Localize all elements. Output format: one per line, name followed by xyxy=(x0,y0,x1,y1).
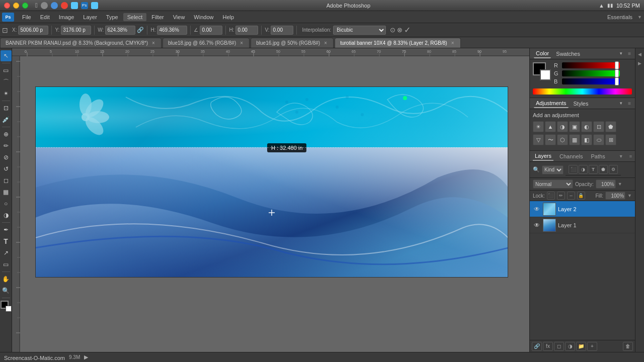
paths-tab[interactable]: Paths xyxy=(589,152,607,160)
layers-kind-select[interactable]: Kind xyxy=(542,165,564,174)
new-fill-adj-btn[interactable]: ◑ xyxy=(565,342,575,351)
layers-tab[interactable]: Layers xyxy=(533,152,553,161)
menu-type[interactable]: Type xyxy=(102,13,122,21)
menu-file[interactable]: File xyxy=(18,13,35,21)
menu-view[interactable]: View xyxy=(169,13,189,21)
angle-input[interactable] xyxy=(200,26,222,35)
lock-all-btn[interactable]: 🔒 xyxy=(577,192,585,200)
essentials-btn[interactable]: Essentials xyxy=(605,14,634,20)
path-selection-tool[interactable]: ↗ xyxy=(1,247,12,258)
smart-filter-btn[interactable]: ⚙ xyxy=(609,165,618,174)
w-input[interactable] xyxy=(105,26,135,35)
brightness-adj-btn[interactable]: ☀ xyxy=(533,121,544,132)
styles-tab[interactable]: Styles xyxy=(572,100,591,108)
brush-tool[interactable]: ✏ xyxy=(1,140,12,151)
warp-btn[interactable]: ⊙ xyxy=(390,26,395,34)
selective-color-adj-btn[interactable]: ⊞ xyxy=(605,134,616,145)
eyedropper-tool[interactable]: 💉 xyxy=(1,114,12,125)
tab-banner-pkbm[interactable]: BANNER PKBM RANAU.psd @ 8.33% (Backgroun… xyxy=(0,38,162,48)
text-tool[interactable]: T xyxy=(1,236,12,247)
type-filter-btn[interactable]: T xyxy=(589,165,598,174)
layers-collapse-btn[interactable]: ≡ xyxy=(629,154,632,159)
threshold-adj-btn[interactable]: ◧ xyxy=(581,134,592,145)
cancel-transform-btn[interactable]: ⊗ xyxy=(397,26,403,34)
apply-transform-btn[interactable]: ✓ xyxy=(404,25,411,35)
color-tab[interactable]: Color xyxy=(534,49,551,58)
background-color[interactable] xyxy=(540,69,551,80)
swatches-tab[interactable]: Swatches xyxy=(554,50,582,58)
link-layers-btn[interactable]: 🔗 xyxy=(532,342,542,351)
curves-adj-btn[interactable]: ◑ xyxy=(557,121,568,132)
window-maximize-btn[interactable] xyxy=(22,3,28,9)
lasso-tool[interactable]: ⌒ xyxy=(1,76,12,87)
g-slider[interactable] xyxy=(562,70,620,76)
blend-mode-select[interactable]: Normal Multiply Screen xyxy=(533,179,573,189)
clone-stamp-tool[interactable]: ⊘ xyxy=(1,152,12,163)
link-icon[interactable]: 🔗 xyxy=(137,27,144,33)
channels-tab[interactable]: Channels xyxy=(557,152,585,160)
fill-arrow[interactable]: ▼ xyxy=(627,193,632,198)
blur-tool[interactable]: ○ xyxy=(1,198,12,209)
crop-tool[interactable]: ⊡ xyxy=(1,103,12,114)
adj-panel-arrow[interactable]: ▼ xyxy=(619,101,623,106)
collapse-panels-btn[interactable]: ◀ xyxy=(636,50,644,58)
shape-filter-btn[interactable]: ⬟ xyxy=(599,165,608,174)
gradmap-adj-btn[interactable]: ⬭ xyxy=(593,134,604,145)
eraser-tool[interactable]: ◻ xyxy=(1,175,12,186)
opacity-arrow[interactable]: ▼ xyxy=(618,182,622,187)
workspace-arrow[interactable]: ▼ xyxy=(637,15,642,20)
tab-close-3[interactable]: × xyxy=(323,41,328,46)
add-mask-btn[interactable]: ◻ xyxy=(554,342,564,351)
tab-close-4[interactable]: × xyxy=(450,41,455,46)
lock-pos-btn[interactable]: ↔ xyxy=(567,192,575,200)
adjustments-tab[interactable]: Adjustments xyxy=(534,99,569,108)
posterize-adj-btn[interactable]: ▦ xyxy=(569,134,580,145)
new-layer-btn[interactable]: + xyxy=(587,342,597,351)
tab-blue18[interactable]: blue18.jpg @ 66.7% (RGB/8#) × xyxy=(163,38,250,48)
delete-layer-btn[interactable]: 🗑 xyxy=(623,342,633,351)
apple-icon[interactable]:  xyxy=(35,2,38,9)
zoom-tool[interactable]: 🔍 xyxy=(1,285,12,296)
menu-layer[interactable]: Layer xyxy=(79,13,101,21)
canvas-viewport[interactable]: H : 32.480 in xyxy=(20,56,529,352)
layer-item-2[interactable]: 👁 Layer 2 xyxy=(530,201,635,217)
marquee-tool[interactable]: ▭ xyxy=(1,65,12,76)
opacity-input[interactable] xyxy=(596,179,616,189)
magic-wand-tool[interactable]: ✴ xyxy=(1,88,12,99)
history-brush-tool[interactable]: ↺ xyxy=(1,163,12,174)
menu-select[interactable]: Select xyxy=(123,13,147,21)
lock-pixels-btn[interactable]: ⬛ xyxy=(547,192,555,200)
tab-turotial-banner[interactable]: turotial banner 10X4 @ 8.33% (Layer 2, R… xyxy=(335,38,461,48)
h2-input[interactable] xyxy=(235,26,258,35)
move-tool[interactable]: ↖ xyxy=(1,50,12,61)
hand-tool[interactable]: ✋ xyxy=(1,274,12,285)
dodge-tool[interactable]: ◑ xyxy=(1,210,12,221)
levels-adj-btn[interactable]: ▲ xyxy=(545,121,556,132)
menu-help[interactable]: Help xyxy=(218,13,238,21)
play-screencast-btn[interactable]: ▶ xyxy=(84,354,88,360)
layer-item-1[interactable]: 👁 Layer 1 xyxy=(530,217,635,233)
interpolation-select[interactable]: Bicubic Bilinear Nearest Neighbor xyxy=(333,26,386,35)
h-input[interactable] xyxy=(157,26,187,35)
layers-panel-arrow[interactable]: ▼ xyxy=(619,154,623,159)
adj-filter-btn[interactable]: ◑ xyxy=(579,165,588,174)
b-slider[interactable] xyxy=(562,78,620,84)
pen-tool[interactable]: ✒ xyxy=(1,224,12,235)
window-minimize-btn[interactable] xyxy=(13,3,19,9)
x-input[interactable] xyxy=(18,26,48,35)
new-group-btn[interactable]: 📁 xyxy=(576,342,586,351)
menu-edit[interactable]: Edit xyxy=(36,13,54,21)
fill-input[interactable] xyxy=(605,192,625,200)
heal-tool[interactable]: ⊕ xyxy=(1,129,12,140)
menu-filter[interactable]: Filter xyxy=(147,13,168,21)
v-input[interactable] xyxy=(271,26,293,35)
fg-bg-colors[interactable] xyxy=(533,62,551,80)
color-panel-arrow[interactable]: ▼ xyxy=(619,51,623,56)
photo-filter-adj-btn[interactable]: 〜 xyxy=(545,134,556,145)
tab-blue16[interactable]: blue16.jpg @ 50% (RGB/8#) × xyxy=(251,38,334,48)
menu-image[interactable]: Image xyxy=(55,13,78,21)
menu-window[interactable]: Window xyxy=(190,13,217,21)
window-close-btn[interactable] xyxy=(4,3,10,9)
bw-adj-btn[interactable]: ▽ xyxy=(533,134,544,145)
gradient-tool[interactable]: ▦ xyxy=(1,187,12,198)
